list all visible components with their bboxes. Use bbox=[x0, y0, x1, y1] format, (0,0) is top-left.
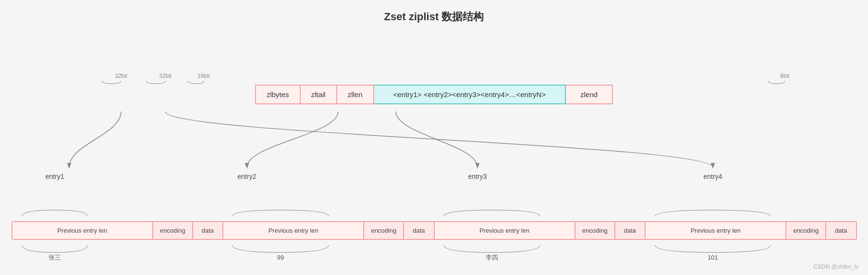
svg-text:99: 99 bbox=[277, 254, 283, 261]
e4-enc: encoding bbox=[786, 222, 826, 239]
svg-text:entry1: entry1 bbox=[45, 173, 64, 180]
zlbytes-box: zlbytes bbox=[255, 85, 301, 104]
e1-data: data bbox=[193, 222, 223, 239]
e1-prev: Previous entry len bbox=[12, 222, 153, 239]
main-diagram: 32bit 32bit 16bit 8bit 张三 bbox=[12, 38, 857, 104]
page-title: Zset ziplist 数据结构 bbox=[10, 10, 858, 24]
e4-data: data bbox=[826, 222, 856, 239]
zltail-box: zltail bbox=[301, 85, 337, 104]
e3-enc: encoding bbox=[575, 222, 615, 239]
zlend-box: zlend bbox=[566, 85, 613, 104]
entry-cells-row: Previous entry len encoding data Previou… bbox=[12, 221, 857, 240]
svg-text:entry2: entry2 bbox=[237, 173, 256, 180]
zllen-box: zllen bbox=[337, 85, 374, 104]
e3-data: data bbox=[615, 222, 646, 239]
e2-data: data bbox=[404, 222, 434, 239]
e2-enc: encoding bbox=[364, 222, 404, 239]
svg-text:entry3: entry3 bbox=[468, 173, 487, 180]
e1-enc: encoding bbox=[153, 222, 193, 239]
svg-text:101: 101 bbox=[708, 254, 718, 261]
svg-text:entry4: entry4 bbox=[703, 173, 722, 180]
e4-prev: Previous entry len bbox=[646, 222, 786, 239]
svg-text:李四: 李四 bbox=[486, 254, 498, 261]
e2-prev: Previous entry len bbox=[223, 222, 364, 239]
e3-prev: Previous entry len bbox=[435, 222, 575, 239]
watermark: CSDN @zhibo_lv bbox=[813, 263, 858, 270]
svg-text:张三: 张三 bbox=[49, 254, 61, 261]
entries-box: <entry1> <entry2><entry3><entry4>…<entry… bbox=[374, 85, 566, 104]
